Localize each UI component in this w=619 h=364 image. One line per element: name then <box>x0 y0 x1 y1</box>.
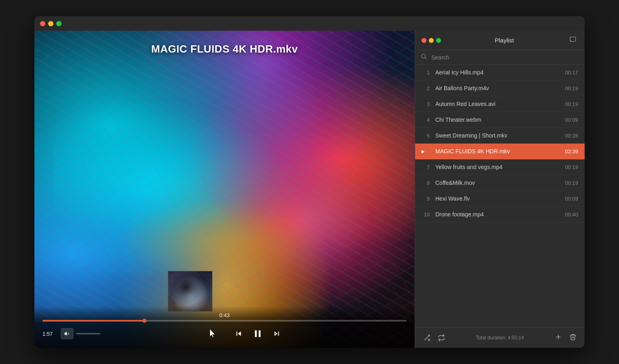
add-icon <box>555 333 562 341</box>
item-duration: 00:19 <box>565 101 578 107</box>
progress-filled <box>42 320 144 322</box>
close-button[interactable] <box>40 21 45 26</box>
playlist-item[interactable]: 9 Hexi Wave.flv 00:09 <box>415 191 585 207</box>
total-duration: Total duration: 4:55:14 <box>451 335 549 341</box>
volume-slider[interactable] <box>76 333 100 334</box>
playlist-title: Playlist <box>495 37 514 44</box>
playlist-item[interactable]: 4 Chi Theater.webm 00:09 <box>415 112 585 128</box>
playlist-search-bar <box>415 50 585 65</box>
playlist-chat-button[interactable] <box>568 34 578 47</box>
item-number: 5 <box>422 133 430 139</box>
item-duration: 00:40 <box>565 212 578 218</box>
volume-section <box>61 328 100 339</box>
play-pause-button[interactable] <box>250 326 266 342</box>
chat-icon <box>569 36 577 43</box>
title-bar <box>34 16 585 31</box>
playlist-panel: Playlist <box>415 31 585 348</box>
controls-row: 1:57 <box>42 326 407 342</box>
playlist-item[interactable]: 5 Sweet Dreaming | Short.mkv 00:28 <box>415 128 585 144</box>
item-duration: 02:39 <box>565 148 578 154</box>
item-name: Hexi Wave.flv <box>435 195 565 202</box>
next-icon <box>272 329 281 338</box>
item-duration: 00:17 <box>565 70 578 76</box>
playlist-traffic-lights <box>422 38 441 43</box>
delete-icon <box>569 333 577 341</box>
previous-icon <box>234 329 243 338</box>
current-time: 1:57 <box>42 331 57 337</box>
playlist-close-button[interactable] <box>422 38 426 43</box>
item-number: 8 <box>422 180 430 186</box>
playlist-item[interactable]: 10 Drone footage.mp4 00:40 <box>415 207 585 222</box>
playlist-item[interactable]: 8 Coffe&Milk.mov 00:19 <box>415 175 585 191</box>
video-area[interactable]: MAGIC FLUIDS 4K HDR.mkv 0:43 1:57 <box>34 31 415 348</box>
search-svg-icon <box>421 53 427 60</box>
item-name: Aerial Icy Hills.mp4 <box>435 69 565 76</box>
add-button[interactable] <box>553 332 564 344</box>
video-canvas: MAGIC FLUIDS 4K HDR.mkv 0:43 1:57 <box>34 31 415 348</box>
controls-overlay: 0:43 1:57 <box>34 306 415 348</box>
cursor-indicator <box>208 328 216 338</box>
progress-bar[interactable] <box>42 320 407 322</box>
play-indicator: ▶ <box>422 149 430 154</box>
playlist-item[interactable]: ▶ MAGIC FLUIDS 4K HDR.mkv 02:39 <box>415 144 585 159</box>
delete-button[interactable] <box>568 332 578 344</box>
pause-icon <box>252 328 263 339</box>
minimize-button[interactable] <box>48 21 53 26</box>
item-name: Chi Theater.webm <box>435 116 565 123</box>
item-duration: 00:19 <box>565 164 578 170</box>
playlist-item[interactable]: 3 Autumn Red Leaves.avi 00:19 <box>415 96 585 112</box>
shuffle-button[interactable] <box>422 332 432 343</box>
item-duration: 00:19 <box>565 180 578 186</box>
item-number: 7 <box>422 164 430 170</box>
item-number: 1 <box>422 70 430 76</box>
video-background <box>34 31 415 348</box>
playlist-header: Playlist <box>415 31 585 50</box>
item-name: Air Ballons Party.m4v <box>435 85 565 91</box>
item-duration: 00:28 <box>565 133 578 139</box>
playlist-footer: Total duration: 4:55:14 <box>415 327 585 348</box>
svg-line-2 <box>425 57 426 59</box>
shuffle-icon <box>423 334 430 341</box>
playlist-minimize-button[interactable] <box>429 38 434 43</box>
item-name: Coffe&Milk.mov <box>435 180 565 186</box>
playlist-maximize-button[interactable] <box>436 38 441 43</box>
traffic-lights <box>40 21 61 26</box>
playlist-item[interactable]: 1 Aerial Icy Hills.mp4 00:17 <box>415 65 585 80</box>
playlist-item[interactable]: 7 Yellow fruits and vegs.mp4 00:19 <box>415 159 585 175</box>
previous-button[interactable] <box>232 327 246 341</box>
svg-point-1 <box>422 54 425 58</box>
item-name: Yellow fruits and vegs.mp4 <box>435 164 565 170</box>
playlist-item[interactable]: 2 Air Ballons Party.m4v 00:19 <box>415 80 585 96</box>
item-name: Drone footage.mp4 <box>435 211 565 218</box>
thumbnail-inner <box>168 271 212 311</box>
item-number: 9 <box>422 196 430 202</box>
item-number: 3 <box>422 101 430 107</box>
repeat-button[interactable] <box>436 332 447 343</box>
progress-dot <box>142 319 146 323</box>
playlist-items: 1 Aerial Icy Hills.mp4 00:17 2 Air Ballo… <box>415 65 585 327</box>
video-title: MAGIC FLUIDS 4K HDR.mkv <box>34 43 415 55</box>
maximize-button[interactable] <box>56 21 61 26</box>
item-name: Autumn Red Leaves.avi <box>435 101 565 107</box>
volume-button[interactable] <box>61 328 74 339</box>
app-window: MAGIC FLUIDS 4K HDR.mkv 0:43 1:57 <box>34 16 585 348</box>
item-number: 4 <box>422 117 430 123</box>
next-button[interactable] <box>270 327 284 341</box>
main-content: MAGIC FLUIDS 4K HDR.mkv 0:43 1:57 <box>34 31 585 348</box>
volume-icon <box>64 330 70 337</box>
item-name: Sweet Dreaming | Short.mkv <box>435 132 565 139</box>
item-duration: 00:09 <box>565 117 578 123</box>
item-name: MAGIC FLUIDS 4K HDR.mkv <box>435 148 565 154</box>
repeat-icon <box>438 334 445 341</box>
item-duration: 00:19 <box>565 85 578 91</box>
search-icon <box>421 53 427 61</box>
cursor-icon <box>208 328 216 338</box>
item-duration: 00:09 <box>565 196 578 202</box>
search-input[interactable] <box>431 54 579 61</box>
time-tooltip: 0:43 <box>42 312 407 318</box>
item-number: 2 <box>422 85 430 91</box>
thumbnail-preview <box>168 271 212 311</box>
item-number: 10 <box>422 212 430 218</box>
